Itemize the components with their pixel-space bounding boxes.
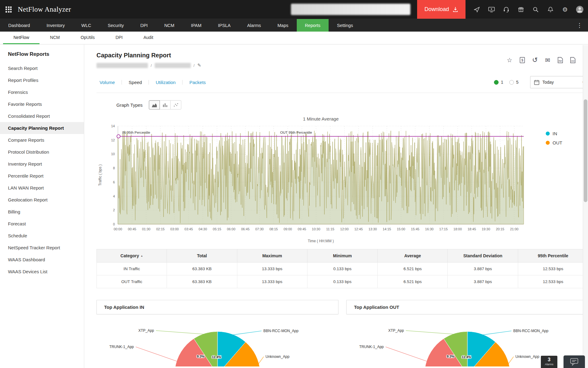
alarms-badge[interactable]: 3 Alarms (541, 356, 557, 368)
nav-item-settings[interactable]: Settings (329, 19, 361, 32)
legend-item-in[interactable]: IN (546, 131, 562, 136)
table-cell: 12.533 bps (518, 263, 588, 275)
sidebar-item-favorite-reports[interactable]: Favorite Reports (0, 98, 84, 110)
nav-item-wlc[interactable]: WLC (73, 19, 100, 32)
nav-item-dashboard[interactable]: Dashboard (0, 19, 38, 32)
nav-overflow-kebab-icon[interactable]: ⋮ (571, 19, 588, 32)
svg-text:$: $ (521, 58, 523, 62)
graph-type-scatter-button[interactable] (170, 100, 181, 109)
email-report-icon[interactable]: ✉ (545, 57, 550, 63)
support-icon[interactable] (502, 6, 510, 13)
apps-grid-icon[interactable] (6, 6, 12, 13)
chat-bubble-icon (570, 358, 579, 366)
sidebar-item-lan-wan-report[interactable]: LAN WAN Report (0, 182, 84, 194)
sidebar-item-compare-reports[interactable]: Compare Reports (0, 134, 84, 146)
billing-report-icon[interactable]: $ (520, 57, 525, 63)
svg-text:15:00: 15:00 (397, 227, 405, 231)
date-range-picker[interactable]: Today ▾ (530, 76, 588, 88)
demo-video-icon[interactable] (488, 6, 496, 13)
nav-item-inventory[interactable]: Inventory (38, 19, 73, 32)
sidebar-item-search-report[interactable]: Search Report (0, 62, 84, 74)
sidebar-item-geolocation-report[interactable]: Geolocation Report (0, 194, 84, 206)
user-avatar[interactable] (576, 6, 584, 13)
nav-item-ipsla[interactable]: IPSLA (210, 19, 239, 32)
breadcrumb-interface-blurred (155, 63, 191, 68)
sidebar-item-capacity-planning-report[interactable]: Capacity Planning Report (0, 122, 84, 134)
table-header-maximum: Maximum (237, 249, 307, 263)
svg-text:CSV: CSV (571, 60, 575, 62)
nav-item-reports[interactable]: Reports (297, 19, 329, 32)
interval-radio-5[interactable]: 5 (509, 80, 518, 85)
tab-speed[interactable]: Speed (122, 80, 149, 85)
nav-item-ipam[interactable]: IPAM (183, 19, 209, 32)
nav-item-dpi[interactable]: DPI (132, 19, 156, 32)
table-header-category[interactable]: Category▲ (97, 249, 167, 263)
sidebar-item-forensics[interactable]: Forensics (0, 86, 84, 98)
schedule-history-icon[interactable]: ↺ (532, 57, 538, 63)
top-application-in-title: Top Application IN (104, 305, 144, 310)
sub-nav-item-audit[interactable]: Audit (133, 32, 164, 44)
graph-type-bar-button[interactable] (160, 100, 171, 109)
sub-nav-item-netflow[interactable]: NetFlow (3, 32, 40, 44)
sort-asc-icon[interactable]: ▲ (141, 255, 143, 257)
export-pdf-icon[interactable]: PDF (558, 57, 563, 63)
getting-started-icon[interactable] (473, 6, 481, 13)
svg-text:09:00: 09:00 (284, 227, 292, 231)
sub-nav: NetFlowNCMOpUtilsDPIAudit (0, 32, 588, 44)
traffic-summary-table: Category▲TotalMaximumMinimumAverageStand… (96, 249, 588, 288)
whats-new-gift-icon[interactable] (517, 6, 525, 13)
sidebar-item-netspeed-tracker-report[interactable]: NetSpeed Tracker Report (0, 242, 84, 254)
sidebar-item-inventory-report[interactable]: Inventory Report (0, 158, 84, 170)
sidebar-item-consolidated-report[interactable]: Consolidated Report (0, 110, 84, 122)
settings-gear-icon[interactable]: ⚙ (561, 6, 569, 13)
graph-type-area-button[interactable] (149, 100, 160, 109)
svg-text:18:45: 18:45 (468, 227, 476, 231)
tab-volume[interactable]: Volume (96, 80, 122, 85)
nav-item-maps[interactable]: Maps (269, 19, 296, 32)
svg-text:Time ( HH:MM ): Time ( HH:MM ) (308, 239, 334, 243)
calendar-icon (534, 80, 539, 85)
sub-nav-item-ncm[interactable]: NCM (40, 32, 70, 44)
table-header-average: Average (378, 249, 448, 263)
svg-text:9.3%: 9.3% (197, 355, 204, 358)
sidebar-item-waas-devices-list[interactable]: WAAS Devices List (0, 266, 84, 278)
sidebar-item-forecast[interactable]: Forecast (0, 218, 84, 230)
sub-nav-item-dpi[interactable]: DPI (105, 32, 133, 44)
sidebar-item-percentile-report[interactable]: Percentile Report (0, 170, 84, 182)
edit-pencil-icon[interactable]: ✎ (197, 63, 201, 68)
svg-text:03:00: 03:00 (170, 227, 179, 231)
nav-item-security[interactable]: Security (100, 19, 132, 32)
svg-text:14: 14 (111, 124, 115, 128)
tab-utilization[interactable]: Utilization (149, 80, 182, 85)
export-csv-icon[interactable]: CSV (570, 57, 575, 63)
svg-text:0: 0 (113, 222, 115, 226)
sidebar-item-billing[interactable]: Billing (0, 206, 84, 218)
svg-text:12:45: 12:45 (354, 227, 363, 231)
svg-text:10:30: 10:30 (312, 227, 320, 231)
page-scrollbar (583, 45, 588, 368)
svg-text:Traffic ( bps ): Traffic ( bps ) (98, 164, 102, 186)
favorite-star-icon[interactable]: ☆ (507, 57, 512, 63)
svg-text:00:45: 00:45 (128, 227, 136, 231)
svg-text:06:00: 06:00 (227, 227, 236, 231)
search-icon[interactable] (532, 6, 540, 13)
nav-item-ncm[interactable]: NCM (156, 19, 183, 32)
tab-packets[interactable]: Packets (183, 80, 212, 85)
sidebar-item-waas-dashboard[interactable]: WAAS Dashboard (0, 254, 84, 266)
table-header-standard-deviation: Standard Deviation (448, 249, 518, 263)
interval-radio-1[interactable]: 1 (494, 80, 503, 85)
sub-nav-item-oputils[interactable]: OpUtils (70, 32, 105, 44)
report-content: Capacity Planning Report ☆ $ ↺ ✉ PDF CSV… (84, 44, 588, 368)
download-button[interactable]: Download (417, 0, 466, 19)
report-tabs: VolumeSpeedUtilizationPackets (96, 80, 213, 85)
svg-text:11:15: 11:15 (326, 227, 334, 231)
nav-item-alarms[interactable]: Alarms (239, 19, 269, 32)
chat-support-button[interactable] (564, 355, 585, 368)
global-search-blurred[interactable] (291, 4, 410, 15)
sidebar-item-protocol-distribution[interactable]: Protocol Distribution (0, 146, 84, 158)
sidebar-item-report-profiles[interactable]: Report Profiles (0, 74, 84, 86)
notifications-bell-icon[interactable] (546, 6, 554, 13)
sidebar-item-schedule[interactable]: Schedule (0, 230, 84, 242)
legend-item-out[interactable]: OUT (546, 140, 562, 145)
scrollbar-thumb[interactable] (584, 99, 587, 202)
